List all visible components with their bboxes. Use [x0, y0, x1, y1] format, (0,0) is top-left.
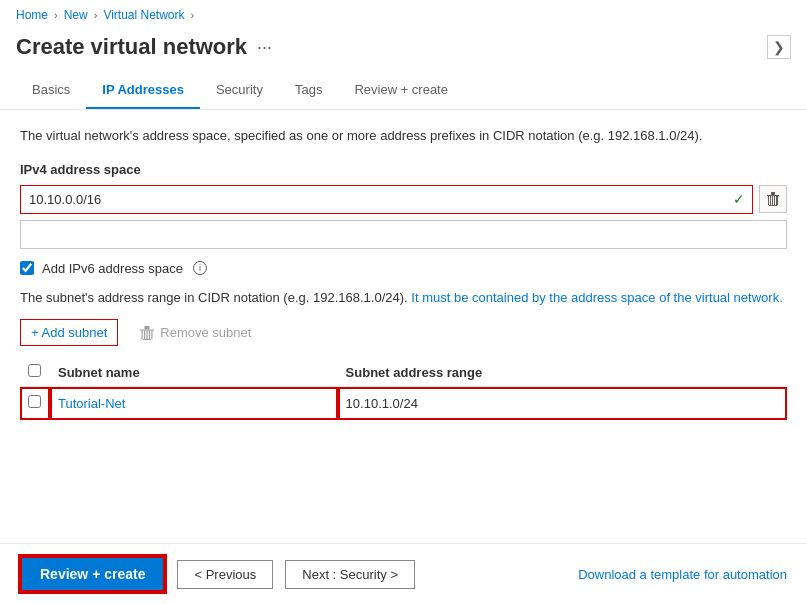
tab-ip-addresses[interactable]: IP Addresses [86, 72, 200, 109]
ipv6-checkbox-row: Add IPv6 address space i [20, 261, 787, 276]
ipv4-input-2-wrapper [20, 220, 787, 249]
subnet-actions: + Add subnet Remove subnet [20, 319, 787, 346]
svg-rect-14 [144, 331, 145, 339]
remove-subnet-button[interactable]: Remove subnet [130, 320, 261, 345]
subnet-table: Subnet name Subnet address range Tutoria… [20, 358, 787, 420]
svg-rect-16 [149, 331, 150, 339]
svg-rect-11 [142, 331, 143, 339]
subnet-range: 10.10.1.0/24 [338, 387, 787, 420]
subnet-row-checkbox[interactable] [28, 395, 41, 408]
breadcrumb-home[interactable]: Home [16, 8, 48, 22]
subnet-header-check [20, 358, 50, 387]
svg-rect-8 [776, 196, 777, 205]
ipv4-check-icon: ✓ [733, 191, 745, 207]
subnet-header-name: Subnet name [50, 358, 338, 387]
svg-rect-15 [147, 331, 148, 339]
svg-rect-7 [774, 196, 775, 205]
subnet-description: The subnet's address range in CIDR notat… [20, 288, 787, 308]
svg-rect-3 [777, 196, 778, 205]
ipv4-input[interactable] [20, 185, 753, 214]
ipv4-delete-button[interactable] [759, 185, 787, 213]
page-title: Create virtual network [16, 34, 247, 60]
svg-rect-13 [143, 339, 152, 340]
breadcrumb-new[interactable]: New [64, 8, 88, 22]
ipv4-input-2[interactable] [20, 220, 787, 249]
subnet-header-range: Subnet address range [338, 358, 787, 387]
svg-rect-12 [152, 331, 153, 339]
svg-rect-6 [772, 196, 773, 205]
ipv4-row-2 [20, 220, 787, 249]
breadcrumb-virtual-network[interactable]: Virtual Network [103, 8, 184, 22]
tabs: Basics IP Addresses Security Tags Review… [0, 72, 807, 110]
ipv6-checkbox-label[interactable]: Add IPv6 address space [42, 261, 183, 276]
ipv4-row: ✓ [20, 185, 787, 214]
tab-review-create[interactable]: Review + create [338, 72, 464, 109]
svg-rect-0 [767, 195, 779, 196]
svg-rect-4 [769, 205, 777, 206]
tab-tags[interactable]: Tags [279, 72, 338, 109]
add-subnet-button[interactable]: + Add subnet [20, 319, 118, 346]
svg-rect-10 [145, 326, 150, 330]
tab-security[interactable]: Security [200, 72, 279, 109]
page-header: Create virtual network ··· ❯ [0, 30, 807, 72]
table-row: Tutorial-Net 10.10.1.0/24 [20, 387, 787, 420]
ipv6-checkbox[interactable] [20, 261, 34, 275]
more-options-button[interactable]: ··· [257, 37, 272, 58]
svg-rect-5 [770, 196, 771, 205]
svg-rect-9 [140, 329, 154, 330]
ipv4-label: IPv4 address space [20, 162, 787, 177]
breadcrumb: Home › New › Virtual Network › [0, 0, 807, 30]
svg-rect-2 [768, 196, 769, 205]
subnet-name-link[interactable]: Tutorial-Net [58, 396, 125, 411]
description-text: The virtual network's address space, spe… [20, 126, 787, 146]
info-icon[interactable]: i [193, 261, 207, 275]
tab-basics[interactable]: Basics [16, 72, 86, 109]
subnet-select-all[interactable] [28, 364, 41, 377]
svg-rect-1 [771, 192, 775, 195]
main-content: The virtual network's address space, spe… [0, 110, 807, 516]
expand-icon[interactable]: ❯ [767, 35, 791, 59]
ipv4-input-wrapper: ✓ [20, 185, 753, 214]
